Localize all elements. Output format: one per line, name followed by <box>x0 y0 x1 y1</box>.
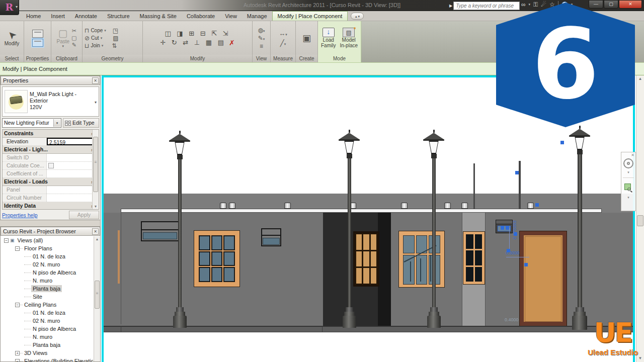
tree-item-elevations[interactable]: −Elevations (Building Elevatio <box>1 357 93 361</box>
tree-item-01-n-de-loza-ceiling[interactable]: 01 N. de loza <box>1 309 93 317</box>
minimize-button[interactable]: — <box>589 0 603 9</box>
tab-collaborate[interactable]: Collaborate <box>182 12 220 21</box>
navbar-close-icon[interactable]: ✕ <box>631 153 634 157</box>
circuit-number-value[interactable] <box>47 194 99 202</box>
communication-center-icon[interactable]: ☄ <box>541 1 546 8</box>
roof-vent[interactable] <box>444 203 451 209</box>
measure-icon[interactable]: ↔▾ <box>279 30 287 37</box>
search-dropdown-icon[interactable]: ▾ <box>529 3 531 7</box>
scrollbar-thumb[interactable]: ≡ <box>95 281 100 309</box>
coefficient-value[interactable] <box>47 170 99 177</box>
properties-palette-icon[interactable] <box>32 30 43 38</box>
scroll-up-icon[interactable]: ▲ <box>636 76 644 81</box>
view-visibility-icon[interactable]: ◍▾ <box>258 27 265 34</box>
beam-joins-icon[interactable]: ▨ <box>113 35 118 42</box>
tree-item-3d-views[interactable]: +3D Views <box>1 349 93 357</box>
properties-close-icon[interactable]: ✕ <box>92 77 99 84</box>
property-grid-scrollbar[interactable]: ≡ ▼ <box>92 130 99 209</box>
apply-button[interactable]: Apply <box>69 211 99 219</box>
expand-icon[interactable]: − <box>15 359 20 362</box>
edit-type-button[interactable]: Edit Type <box>63 118 99 128</box>
elevation-input[interactable]: 2.5159 <box>47 138 99 145</box>
join-button[interactable]: ⊔Join▾⇅ <box>85 42 117 49</box>
delete-icon[interactable]: ✗ <box>229 39 235 47</box>
panel-label-create[interactable]: Create <box>296 55 317 62</box>
tab-annotate[interactable]: Annotate <box>70 12 102 21</box>
tab-insert[interactable]: Insert <box>46 12 70 21</box>
cut-icon[interactable]: ✂ <box>72 28 76 34</box>
lamp-post[interactable] <box>169 131 191 328</box>
scrollbar-thumb[interactable]: ≡ <box>93 137 98 192</box>
group-electrical-loads[interactable]: Electrical - Loads» <box>3 178 99 186</box>
wall-pack-light-fixture[interactable] <box>496 220 513 233</box>
selection-grip[interactable] <box>515 171 519 174</box>
roof-vent[interactable] <box>527 203 534 209</box>
subscription-key-icon[interactable]: ⚿ <box>533 1 538 8</box>
tab-home[interactable]: Home <box>21 12 46 21</box>
large-window-1[interactable] <box>194 230 240 287</box>
match-properties-icon[interactable]: ✎ <box>72 42 76 48</box>
panel-label-clipboard[interactable]: Clipboard <box>51 55 82 62</box>
selection-grip[interactable] <box>507 249 510 252</box>
tree-item-ceiling-plans[interactable]: −Ceiling Plans <box>1 301 93 309</box>
load-family-button[interactable]: ↓ LoadFamily <box>321 28 336 48</box>
project-browser-close-icon[interactable]: ✕ <box>92 228 99 235</box>
panel-label-view[interactable]: View <box>253 55 270 62</box>
tab-view[interactable]: View <box>220 12 242 21</box>
paste-button[interactable]: ▢ Paste▾ <box>57 28 70 48</box>
tree-item-01-n-de-loza[interactable]: 01 N. de loza <box>1 252 93 260</box>
tab-modify-place-component[interactable]: Modify | Place Component <box>272 11 348 21</box>
narrow-window[interactable] <box>463 231 485 285</box>
maximize-button[interactable]: ▢ <box>604 0 618 9</box>
steering-wheel-icon[interactable] <box>623 158 633 168</box>
search-go-icon[interactable]: ∞ <box>521 1 526 8</box>
conduit-rod[interactable] <box>519 161 521 210</box>
search-arrow-icon[interactable]: ▶ <box>449 4 452 8</box>
panel-label-select[interactable]: Select <box>0 55 24 62</box>
tree-item-02-n-muro-ceiling[interactable]: 02 N. muro <box>1 317 93 325</box>
tree-item-n-muro[interactable]: N. muro <box>1 277 93 285</box>
type-properties-icon[interactable] <box>32 39 43 47</box>
lamp-post[interactable] <box>568 126 592 330</box>
project-browser-header[interactable]: Curso Revit - Project Browser ✕ <box>1 227 100 236</box>
type-selector[interactable]: M_Wall Pack Light - Exterior 120V ▾ <box>2 86 99 117</box>
panel-label-modify[interactable]: Modify <box>143 55 252 62</box>
scrollbar-thumb[interactable] <box>637 215 643 226</box>
panel-value[interactable] <box>47 186 99 194</box>
cope-button[interactable]: ⊓Cope▾◳ <box>85 27 118 34</box>
panel-label-geometry[interactable]: Geometry <box>83 55 142 62</box>
search-input[interactable] <box>453 2 520 10</box>
properties-help-link[interactable]: Properties help <box>2 211 38 220</box>
tab-massing-site[interactable]: Massing & Site <box>135 12 182 21</box>
panel-label-mode[interactable]: Mode <box>318 55 361 62</box>
cut-geometry-button[interactable]: ⊘Cut▾▨ <box>85 34 118 42</box>
navbar-dropdown-icon[interactable]: ▾ <box>621 170 635 174</box>
selection-grip[interactable] <box>514 232 517 236</box>
tree-item-n-piso-de-alberca-ceiling[interactable]: N piso de Alberca <box>1 325 93 333</box>
awning-window-right[interactable] <box>261 228 281 246</box>
selection-grip[interactable] <box>535 203 539 207</box>
selection-grip[interactable] <box>560 141 564 144</box>
tab-manage[interactable]: Manage <box>242 12 272 21</box>
application-menu-button[interactable]: R▾ <box>0 0 19 15</box>
selection-grip[interactable] <box>524 263 528 266</box>
conduit-rod[interactable] <box>473 163 475 210</box>
switch-id-value[interactable] <box>47 154 99 161</box>
tree-item-views-all[interactable]: −▣Views (all) <box>1 236 93 244</box>
expand-icon[interactable]: − <box>4 238 9 243</box>
expand-icon[interactable]: + <box>15 351 20 355</box>
filter-combobox[interactable]: New Lighting Fixtur ▾ <box>2 118 61 128</box>
create-group-icon[interactable]: ▣ <box>302 33 311 44</box>
ribbon-minimize-toggle[interactable]: ▴▾ <box>351 13 364 20</box>
properties-header[interactable]: Properties ✕ <box>1 76 100 85</box>
roof-vent[interactable] <box>284 203 291 209</box>
tree-item-n-muro-ceiling[interactable]: N. muro <box>1 333 93 341</box>
close-button[interactable]: ✕ <box>619 0 642 9</box>
wall-joins-icon[interactable]: ◳ <box>113 27 118 34</box>
roof-vent[interactable] <box>220 203 226 209</box>
modify-tools-row2[interactable]: ✛ ↻ ⇄ ⊥ ▦ ▤ <box>160 38 226 47</box>
lamp-post[interactable] <box>338 130 360 328</box>
scroll-down-icon[interactable]: ▼ <box>636 356 644 360</box>
scroll-down-icon[interactable]: ▼ <box>93 205 99 208</box>
expand-icon[interactable]: − <box>15 303 20 307</box>
